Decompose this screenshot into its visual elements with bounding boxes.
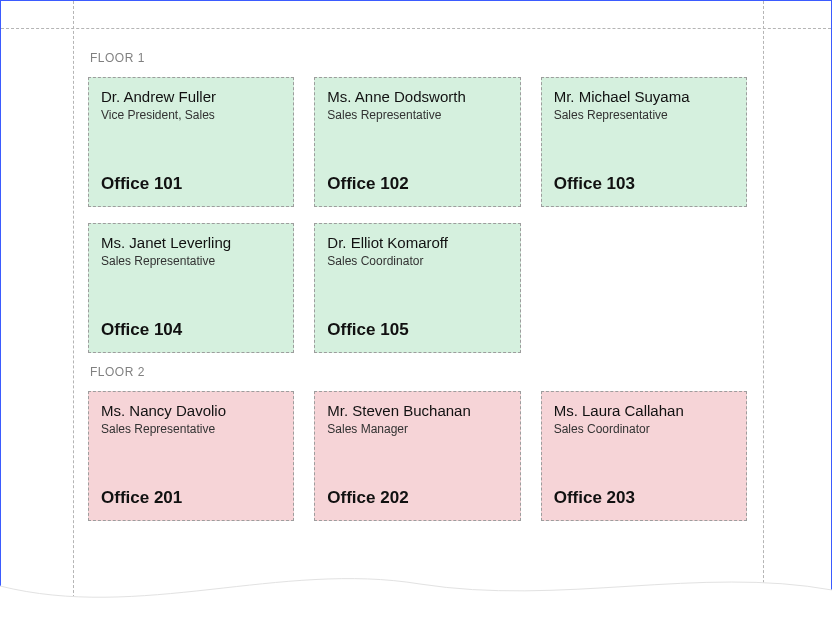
office-number: Office 105 — [327, 320, 507, 340]
person-name: Mr. Steven Buchanan — [327, 402, 507, 420]
person-title: Sales Representative — [554, 108, 734, 122]
person-title: Sales Representative — [327, 108, 507, 122]
office-card[interactable]: Mr. Steven Buchanan Sales Manager Office… — [314, 391, 520, 521]
person-name: Ms. Laura Callahan — [554, 402, 734, 420]
floor-grid: Dr. Andrew Fuller Vice President, Sales … — [88, 77, 747, 353]
floor-grid: Ms. Nancy Davolio Sales Representative O… — [88, 391, 747, 521]
person-name: Dr. Elliot Komaroff — [327, 234, 507, 252]
person-name: Dr. Andrew Fuller — [101, 88, 281, 106]
person-title: Sales Coordinator — [554, 422, 734, 436]
right-margin-guide — [763, 1, 764, 623]
office-number: Office 102 — [327, 174, 507, 194]
office-card[interactable]: Dr. Andrew Fuller Vice President, Sales … — [88, 77, 294, 207]
report-body: FLOOR 1 Dr. Andrew Fuller Vice President… — [74, 29, 761, 623]
report-designer-canvas: FLOOR 1 Dr. Andrew Fuller Vice President… — [0, 0, 832, 624]
floor-label: FLOOR 1 — [90, 51, 747, 65]
office-number: Office 203 — [554, 488, 734, 508]
floor-label: FLOOR 2 — [90, 365, 747, 379]
office-number: Office 101 — [101, 174, 281, 194]
office-card[interactable]: Dr. Elliot Komaroff Sales Coordinator Of… — [314, 223, 520, 353]
office-card[interactable]: Ms. Laura Callahan Sales Coordinator Off… — [541, 391, 747, 521]
person-name: Ms. Nancy Davolio — [101, 402, 281, 420]
person-title: Sales Representative — [101, 254, 281, 268]
office-number: Office 202 — [327, 488, 507, 508]
person-name: Mr. Michael Suyama — [554, 88, 734, 106]
office-number: Office 103 — [554, 174, 734, 194]
person-title: Vice President, Sales — [101, 108, 281, 122]
office-number: Office 104 — [101, 320, 281, 340]
person-title: Sales Representative — [101, 422, 281, 436]
person-name: Ms. Janet Leverling — [101, 234, 281, 252]
office-card[interactable]: Ms. Anne Dodsworth Sales Representative … — [314, 77, 520, 207]
office-number: Office 201 — [101, 488, 281, 508]
office-card[interactable]: Ms. Nancy Davolio Sales Representative O… — [88, 391, 294, 521]
office-card[interactable]: Mr. Michael Suyama Sales Representative … — [541, 77, 747, 207]
person-title: Sales Coordinator — [327, 254, 507, 268]
person-title: Sales Manager — [327, 422, 507, 436]
person-name: Ms. Anne Dodsworth — [327, 88, 507, 106]
office-card[interactable]: Ms. Janet Leverling Sales Representative… — [88, 223, 294, 353]
